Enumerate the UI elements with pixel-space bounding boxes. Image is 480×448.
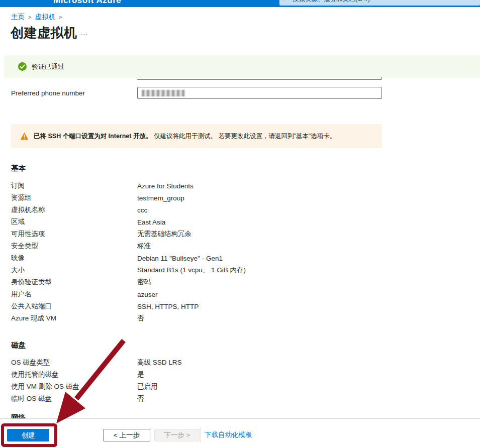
row-label: 公共入站端口 — [11, 302, 137, 311]
summary-row: 大小Standard B1s (1 vcpu、 1 GiB 内存) — [11, 264, 468, 276]
row-label: 用户名 — [11, 290, 137, 299]
warning-triangle-icon — [20, 132, 29, 140]
row-value: ccc — [137, 206, 147, 214]
summary-row: 公共入站端口SSH, HTTPS, HTTP — [11, 300, 468, 312]
summary-row: 安全类型标准 — [11, 240, 468, 252]
success-check-icon — [18, 62, 27, 71]
row-label: 大小 — [11, 266, 137, 275]
redacted-phone-value — [142, 90, 185, 96]
phone-number-input[interactable] — [137, 87, 382, 99]
row-value: East Asia — [137, 218, 165, 226]
section-rows: 订阅Azure for Students资源组testmem_group虚拟机名… — [11, 180, 468, 324]
row-value: 否 — [137, 394, 144, 403]
create-button[interactable]: 创建 — [7, 429, 49, 441]
row-label: 映像 — [11, 254, 137, 263]
summary-row: 使用 VM 删除 OS 磁盘已启用 — [11, 381, 468, 393]
row-label: 使用 VM 删除 OS 磁盘 — [11, 382, 137, 391]
row-value: 密码 — [137, 278, 151, 287]
azure-logo[interactable]: Microsoft Azure — [53, 0, 121, 6]
row-value: SSH, HTTPS, HTTP — [137, 303, 199, 310]
row-label: 区域 — [11, 217, 137, 227]
row-label: Azure 现成 VM — [11, 314, 137, 323]
row-label: 订阅 — [11, 181, 137, 190]
row-label: 身份验证类型 — [11, 278, 137, 287]
page-title: 创建虚拟机 — [11, 24, 77, 42]
warning-bold-text: 已将 SSH 个端口设置为对 Internet 开放。 — [34, 133, 152, 140]
row-label: 安全类型 — [11, 242, 137, 251]
summary-row: 映像Debian 11 "Bullseye" - Gen1 — [11, 252, 468, 264]
summary-row: OS 磁盘类型高级 SSD LRS — [11, 357, 468, 369]
row-value: Azure for Students — [137, 182, 194, 190]
breadcrumb: 主页>虚拟机> — [11, 13, 65, 22]
summary-row: 区域East Asia — [11, 216, 468, 228]
section-basics: 基本 订阅Azure for Students资源组testmem_group虚… — [11, 164, 468, 324]
wizard-footer: 创建 < 上一步 下一步 > 下载自动化模板 — [0, 418, 480, 448]
row-value: 是 — [137, 370, 144, 379]
footer-divider — [201, 427, 201, 442]
warning-banner-text: 已将 SSH 个端口设置为对 Internet 开放。 仅建议将此用于测试。 若… — [34, 132, 336, 141]
summary-row: 使用托管的磁盘是 — [11, 369, 468, 381]
section-rows: OS 磁盘类型高级 SSD LRS使用托管的磁盘是使用 VM 删除 OS 磁盘已… — [11, 357, 468, 405]
summary-row: 可用性选项无需基础结构冗余 — [11, 228, 468, 240]
next-step-button-disabled[interactable]: 下一步 > — [154, 429, 200, 441]
row-value: Standard B1s (1 vcpu、 1 GiB 内存) — [137, 266, 246, 275]
breadcrumb-virtual-machines-link[interactable]: 虚拟机 — [35, 13, 55, 21]
section-heading: 基本 — [11, 164, 468, 173]
row-label: 临时 OS 磁盘 — [11, 394, 137, 403]
phone-number-label: Preferred phone number — [11, 89, 85, 97]
search-placeholder: 搜索资源、服务和文档(G+/) — [293, 0, 370, 4]
truncated-input-field[interactable] — [137, 77, 382, 80]
ssh-warning-banner: 已将 SSH 个端口设置为对 Internet 开放。 仅建议将此用于测试。 若… — [11, 124, 382, 148]
validation-banner-text: 验证已通过 — [32, 62, 64, 71]
section-heading: 磁盘 — [11, 341, 468, 350]
chevron-right-icon: > — [59, 14, 62, 20]
download-template-link[interactable]: 下载自动化模板 — [205, 430, 252, 439]
row-label: OS 磁盘类型 — [11, 358, 137, 367]
row-value: testmem_group — [137, 194, 184, 202]
row-label: 可用性选项 — [11, 230, 137, 239]
previous-step-button[interactable]: < 上一步 — [103, 429, 150, 441]
summary-row: Azure 现成 VM否 — [11, 312, 468, 324]
summary-row: 资源组testmem_group — [11, 192, 468, 204]
warning-rest-text: 仅建议将此用于测试。 若要更改此设置，请返回到"基本"选项卡。 — [154, 133, 336, 140]
row-value: azuser — [137, 291, 158, 298]
breadcrumb-home-link[interactable]: 主页 — [11, 13, 25, 21]
summary-row: 订阅Azure for Students — [11, 180, 468, 192]
row-value: 无需基础结构冗余 — [137, 230, 191, 239]
chevron-right-icon: > — [28, 14, 31, 20]
summary-row: 临时 OS 磁盘否 — [11, 393, 468, 405]
global-search-input[interactable]: ⌕ 搜索资源、服务和文档(G+/) — [279, 0, 480, 6]
row-value: 高级 SSD LRS — [137, 358, 182, 367]
row-value: Debian 11 "Bullseye" - Gen1 — [137, 255, 223, 262]
row-label: 使用托管的磁盘 — [11, 370, 137, 379]
row-label: 虚拟机名称 — [11, 205, 137, 214]
top-bar: Microsoft Azure ⌕ 搜索资源、服务和文档(G+/) — [0, 0, 480, 7]
validation-passed-banner: 验证已通过 — [4, 55, 480, 78]
more-menu-button[interactable]: … — [80, 28, 88, 37]
row-value: 标准 — [137, 242, 151, 251]
search-icon: ⌕ — [283, 0, 286, 2]
summary-row: 身份验证类型密码 — [11, 276, 468, 288]
summary-row: 虚拟机名称ccc — [11, 204, 468, 216]
section-disks: 磁盘 OS 磁盘类型高级 SSD LRS使用托管的磁盘是使用 VM 删除 OS … — [11, 341, 468, 405]
summary-row: 用户名azuser — [11, 288, 468, 300]
row-value: 已启用 — [137, 382, 158, 391]
row-label: 资源组 — [11, 193, 137, 202]
row-value: 否 — [137, 314, 144, 323]
